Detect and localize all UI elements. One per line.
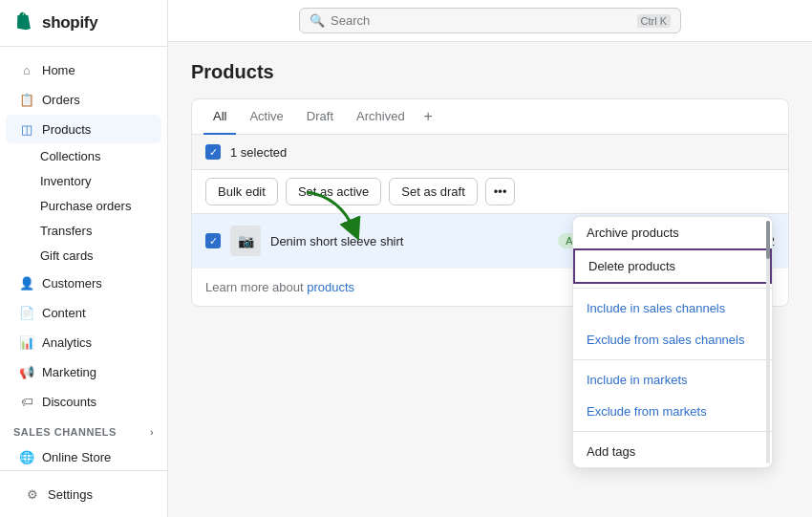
analytics-icon: 📊 [19, 334, 34, 350]
customers-icon: 👤 [19, 275, 34, 291]
sidebar-item-customers[interactable]: 👤 Customers [6, 269, 161, 297]
dropdown-include-sales-channels[interactable]: Include in sales channels [573, 292, 772, 324]
bulk-action-bar: ✓ 1 selected [192, 135, 788, 170]
tab-add-button[interactable]: + [418, 100, 438, 133]
dropdown-exclude-sales-channels[interactable]: Exclude from sales channels [573, 324, 772, 355]
sidebar-item-inventory[interactable]: Inventory [6, 169, 161, 193]
dropdown-scrollbar-thumb [766, 221, 770, 259]
logo-area[interactable]: shopify [0, 0, 167, 47]
sidebar-item-products-label: Products [42, 122, 91, 137]
shopify-logo-icon [13, 11, 36, 34]
main-content: 🔍 Ctrl K Products All Active Draft Archi… [168, 0, 812, 517]
sidebar-item-home[interactable]: ⌂ Home [6, 55, 161, 84]
products-card: All Active Draft Archived + ✓ 1 selected… [191, 98, 789, 307]
sidebar-navigation: ⌂ Home 📋 Orders ◫ Products Collections I… [0, 47, 167, 470]
sidebar-item-transfers[interactable]: Transfers [6, 219, 161, 243]
sidebar-bottom: ⚙ Settings [0, 470, 167, 517]
sidebar-item-home-label: Home [42, 63, 75, 77]
top-bar: 🔍 Ctrl K [168, 0, 812, 42]
sidebar: shopify ⌂ Home 📋 Orders ◫ Products Colle… [0, 0, 168, 517]
learn-more-link[interactable]: products [307, 280, 354, 294]
sidebar-item-purchase-orders-label: Purchase orders [40, 199, 131, 213]
sidebar-item-collections-label: Collections [40, 149, 101, 163]
bulk-buttons-bar: Bulk edit Set as active Set as draft •••… [192, 170, 788, 214]
products-icon: ◫ [19, 121, 34, 137]
product-checkmark-icon: ✓ [209, 235, 218, 248]
dropdown-add-tags[interactable]: Add tags [573, 436, 772, 467]
sidebar-item-settings-label: Settings [48, 487, 93, 502]
sidebar-item-purchase-orders[interactable]: Purchase orders [6, 194, 161, 218]
search-bar[interactable]: 🔍 Ctrl K [299, 8, 681, 33]
sidebar-item-marketing[interactable]: 📢 Marketing [6, 357, 161, 386]
content-icon: 📄 [19, 305, 34, 320]
set-draft-button[interactable]: Set as draft [389, 178, 477, 205]
sidebar-item-marketing-label: Marketing [42, 365, 96, 379]
online-store-icon: 🌐 [19, 449, 34, 464]
more-actions-button[interactable]: ••• [485, 178, 516, 205]
page-title: Products [191, 61, 789, 83]
selected-count: 1 selected [230, 145, 287, 160]
search-shortcut: Ctrl K [637, 14, 672, 28]
sidebar-item-content-label: Content [42, 306, 86, 320]
search-input[interactable] [331, 13, 631, 28]
dropdown-divider-1 [573, 288, 772, 289]
product-checkbox[interactable]: ✓ [205, 233, 221, 248]
product-name[interactable]: Denim short sleeve shirt [270, 234, 548, 248]
product-thumbnail: 📷 [230, 226, 261, 256]
sidebar-item-online-store-label: Online Store [42, 450, 111, 464]
bulk-edit-button[interactable]: Bulk edit [205, 178, 278, 205]
tab-draft[interactable]: Draft [297, 99, 343, 135]
tab-active[interactable]: Active [240, 99, 292, 135]
settings-icon: ⚙ [25, 486, 40, 502]
sidebar-item-gift-cards-label: Gift cards [40, 248, 94, 263]
sidebar-item-gift-cards[interactable]: Gift cards [6, 244, 161, 268]
select-all-checkbox[interactable]: ✓ [205, 144, 221, 160]
dropdown-exclude-markets[interactable]: Exclude from markets [573, 396, 772, 427]
sidebar-item-orders-label: Orders [42, 93, 80, 107]
dropdown-delete-products[interactable]: Delete products [573, 248, 772, 284]
home-icon: ⌂ [19, 62, 34, 77]
sidebar-item-inventory-label: Inventory [40, 174, 91, 188]
sidebar-item-discounts[interactable]: 🏷 Discounts [6, 387, 161, 416]
sales-channels-section: Sales channels › [0, 417, 167, 442]
dropdown-scrollbar [766, 221, 770, 463]
sidebar-item-collections[interactable]: Collections [6, 144, 161, 168]
tab-all[interactable]: All [203, 99, 236, 135]
sidebar-item-products[interactable]: ◫ Products [6, 115, 161, 143]
checkmark-icon: ✓ [209, 146, 218, 159]
sidebar-item-orders[interactable]: 📋 Orders [6, 85, 161, 114]
learn-more-text: Learn more about [205, 280, 307, 294]
discounts-icon: 🏷 [19, 394, 34, 409]
dropdown-menu: Archive products Delete products Include… [572, 216, 773, 468]
tab-bar: All Active Draft Archived + [192, 99, 788, 135]
dropdown-archive-products[interactable]: Archive products [573, 217, 772, 248]
tab-archived[interactable]: Archived [347, 99, 415, 135]
sidebar-item-discounts-label: Discounts [42, 395, 96, 409]
search-icon: 🔍 [310, 13, 325, 28]
dropdown-include-markets[interactable]: Include in markets [573, 364, 772, 396]
sidebar-item-analytics-label: Analytics [42, 335, 92, 350]
page-content: Products All Active Draft Archived + [168, 42, 812, 517]
sidebar-item-settings[interactable]: ⚙ Settings [11, 480, 156, 508]
shopify-wordmark: shopify [42, 13, 97, 32]
sidebar-item-customers-label: Customers [42, 276, 102, 291]
orders-icon: 📋 [19, 92, 34, 107]
set-active-button[interactable]: Set as active [286, 178, 381, 205]
svg-rect-0 [21, 18, 29, 28]
thumbnail-placeholder-icon: 📷 [238, 233, 254, 248]
sales-channels-chevron[interactable]: › [150, 427, 154, 438]
sidebar-item-content[interactable]: 📄 Content [6, 298, 161, 327]
sidebar-item-analytics[interactable]: 📊 Analytics [6, 328, 161, 356]
dropdown-divider-2 [573, 359, 772, 360]
dropdown-divider-3 [573, 431, 772, 432]
marketing-icon: 📢 [19, 364, 34, 379]
sidebar-item-transfers-label: Transfers [40, 224, 92, 238]
sidebar-item-online-store[interactable]: 🌐 Online Store [6, 442, 161, 470]
